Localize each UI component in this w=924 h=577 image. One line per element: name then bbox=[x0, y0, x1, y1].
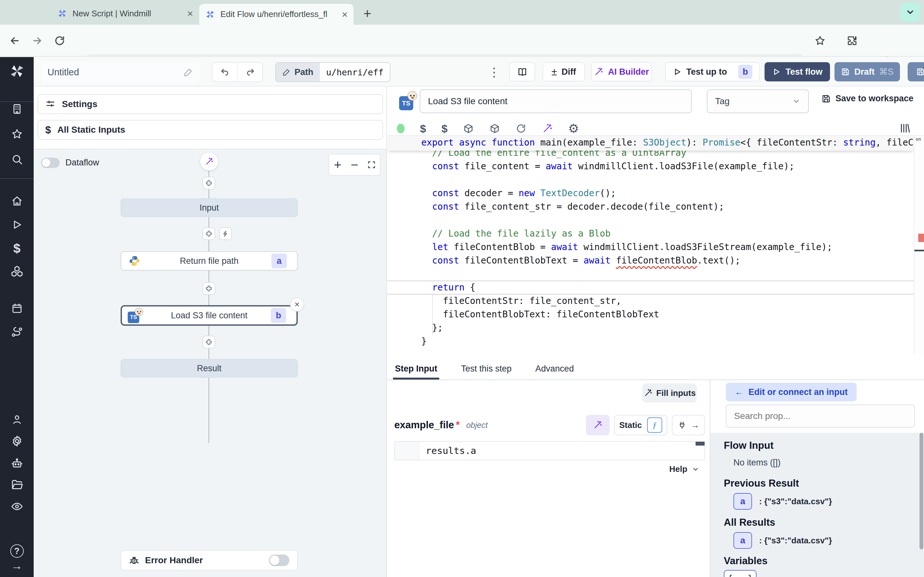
zoom-out-button[interactable]: − bbox=[346, 158, 363, 172]
sidebar-item-audit[interactable] bbox=[0, 500, 34, 513]
connect-input-button[interactable]: → bbox=[672, 415, 705, 435]
tab-close-icon[interactable]: × bbox=[342, 9, 348, 19]
fit-view-button[interactable] bbox=[363, 160, 380, 169]
flow-ai-button[interactable] bbox=[200, 153, 218, 171]
sidebar-item-account[interactable] bbox=[0, 414, 34, 426]
test-up-to-button[interactable]: Test up to b bbox=[665, 62, 760, 81]
sidebar-item-help[interactable]: ? bbox=[0, 544, 34, 558]
tab-advanced[interactable]: Advanced bbox=[535, 364, 574, 374]
resize-handle[interactable] bbox=[696, 442, 704, 446]
undo-button[interactable] bbox=[212, 63, 238, 81]
minimap[interactable]: on bbox=[914, 136, 924, 355]
magic-wand-icon bbox=[594, 67, 604, 77]
tab-search-chevron-button[interactable] bbox=[900, 3, 920, 22]
assets-icon[interactable] bbox=[899, 122, 911, 134]
chevron-down-icon bbox=[792, 97, 800, 105]
add-step-button[interactable] bbox=[202, 227, 215, 240]
back-button[interactable] bbox=[8, 34, 22, 48]
add-step-button[interactable] bbox=[202, 282, 215, 295]
tab-close-icon[interactable]: × bbox=[187, 8, 193, 19]
sidebar-item-settings[interactable] bbox=[0, 435, 34, 448]
variables-picker-icon[interactable]: $ bbox=[420, 122, 426, 135]
add-step-button[interactable] bbox=[202, 335, 215, 348]
sidebar-item-home[interactable] bbox=[0, 195, 34, 207]
field-value-editor[interactable]: results.a bbox=[394, 441, 705, 460]
docs-button[interactable] bbox=[509, 62, 535, 81]
remove-step-button[interactable]: × bbox=[290, 298, 304, 311]
help-dropdown[interactable]: Help bbox=[669, 464, 699, 474]
package-icon[interactable] bbox=[463, 123, 474, 134]
test-flow-button[interactable]: Test flow bbox=[764, 62, 830, 81]
tab-test-this-step[interactable]: Test this step bbox=[461, 364, 512, 374]
sidebar-item-workspace[interactable] bbox=[0, 103, 34, 115]
ai-fill-field-button[interactable] bbox=[586, 415, 610, 435]
tab-step-input[interactable]: Step Input bbox=[395, 364, 437, 374]
flow-settings-button[interactable]: Settings bbox=[37, 94, 383, 114]
add-step-button[interactable] bbox=[202, 177, 215, 189]
flow-node-b-selected[interactable]: TS Load S3 file content b bbox=[121, 305, 298, 326]
puzzle-icon bbox=[846, 35, 858, 47]
sidebar-item-workers[interactable] bbox=[0, 326, 34, 338]
sidebar-item-ai[interactable] bbox=[0, 457, 34, 470]
dataflow-toggle[interactable] bbox=[41, 158, 60, 168]
ai-wand-icon[interactable] bbox=[542, 123, 553, 134]
browser-tab-active[interactable]: Edit Flow u/henri/effortless_fl × bbox=[199, 4, 354, 25]
sidebar-item-search[interactable] bbox=[0, 153, 34, 165]
result-key-badge[interactable]: a bbox=[733, 532, 752, 549]
sidebar-item-schedules[interactable] bbox=[0, 302, 34, 314]
step-title-input[interactable] bbox=[420, 89, 692, 113]
extensions-button[interactable] bbox=[845, 34, 859, 48]
browser-tab-inactive[interactable]: New Script | Windmill × bbox=[51, 4, 199, 23]
sidebar-item-runs[interactable] bbox=[0, 219, 34, 231]
tag-select[interactable]: Tag bbox=[707, 89, 809, 113]
redo-button[interactable] bbox=[238, 63, 262, 81]
book-icon bbox=[517, 67, 527, 77]
forward-button[interactable] bbox=[30, 34, 44, 48]
fullscreen-icon bbox=[367, 160, 376, 169]
windmill-logo-icon[interactable] bbox=[0, 63, 34, 79]
step-badge: b bbox=[738, 65, 752, 79]
reset-icon[interactable] bbox=[515, 123, 527, 134]
all-static-inputs-button[interactable]: $ All Static Inputs bbox=[37, 120, 383, 140]
flow-node-input[interactable]: Input bbox=[121, 198, 298, 217]
edit-or-connect-button[interactable]: ← Edit or connect an input bbox=[726, 383, 857, 401]
sidebar-item-variables[interactable]: $ bbox=[0, 242, 34, 256]
code-editor[interactable]: // Load the entire file_content as a Uin… bbox=[387, 135, 924, 355]
javascript-expr-icon[interactable]: ƒ bbox=[647, 417, 662, 433]
sidebar-item-resources[interactable] bbox=[0, 265, 34, 277]
reload-button[interactable] bbox=[53, 34, 67, 48]
fill-inputs-button[interactable]: Fill inputs bbox=[642, 384, 697, 403]
bookmark-star-button[interactable] bbox=[813, 34, 827, 48]
search-prop-input[interactable] bbox=[726, 405, 915, 428]
add-trigger-button[interactable] bbox=[219, 227, 232, 240]
sidebar-item-favorites[interactable] bbox=[0, 128, 34, 140]
package-icon[interactable] bbox=[489, 123, 500, 134]
variables-badge[interactable]: {...} bbox=[724, 570, 756, 577]
previous-result-row[interactable]: a : {"s3":"data.csv"} bbox=[733, 493, 832, 510]
path-selector[interactable]: Path u/henri/eff bbox=[275, 62, 391, 82]
edit-pencil-icon[interactable] bbox=[184, 67, 193, 77]
zoom-in-button[interactable]: + bbox=[329, 158, 346, 172]
more-options-button[interactable]: ⋮ bbox=[488, 62, 501, 82]
sidebar-item-folders[interactable] bbox=[0, 478, 34, 491]
deploy-button[interactable]: Deploy bbox=[908, 62, 924, 81]
all-results-row[interactable]: a : {"s3":"data.csv"} bbox=[733, 532, 832, 549]
draft-button[interactable]: Draft ⌘S bbox=[835, 62, 900, 81]
new-tab-button[interactable]: + bbox=[359, 5, 376, 23]
resources-picker-icon[interactable]: $ bbox=[441, 122, 447, 135]
flow-name-field[interactable]: Untitled bbox=[41, 61, 200, 83]
script-settings-gear-icon[interactable]: ⚙ bbox=[568, 121, 579, 135]
result-key-badge[interactable]: a bbox=[733, 493, 752, 510]
browser-toolbar: app.windmill.dev/flows/edit/u/henri/effo… bbox=[0, 25, 924, 57]
scrollbar-thumb[interactable] bbox=[919, 433, 923, 550]
ai-builder-button[interactable]: AI Builder bbox=[591, 62, 652, 81]
error-handler-toggle[interactable] bbox=[269, 554, 289, 566]
graph-zoom-controls: + − bbox=[328, 154, 381, 176]
save-to-workspace-button[interactable]: Save to workspace bbox=[821, 93, 913, 103]
flow-node-result[interactable]: Result bbox=[121, 359, 298, 378]
flow-node-a[interactable]: Return file path a bbox=[121, 251, 298, 271]
result-value: : {"s3":"data.csv"} bbox=[759, 496, 832, 506]
sidebar-collapse-icon[interactable]: → bbox=[0, 559, 34, 572]
diff-button[interactable]: ± Diff bbox=[543, 62, 585, 81]
static-mode-toggle[interactable]: Static ƒ bbox=[614, 415, 667, 435]
